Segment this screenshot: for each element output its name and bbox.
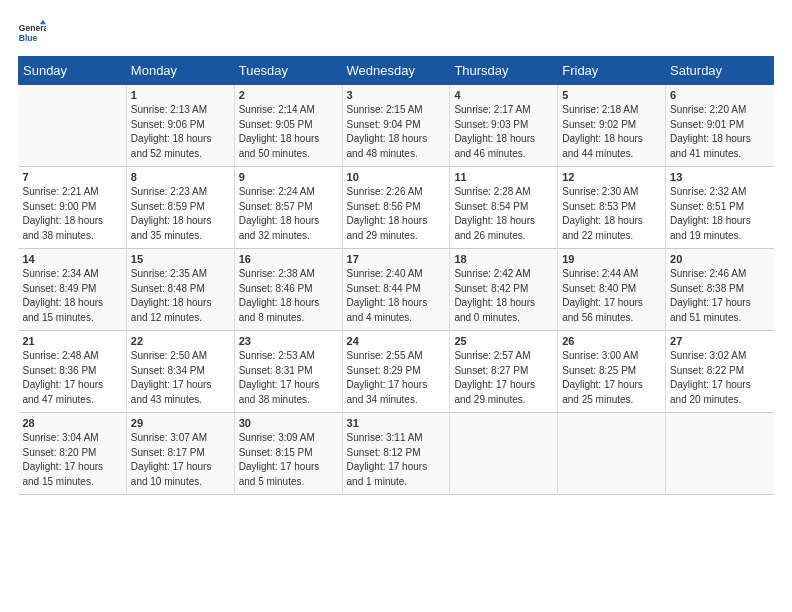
day-number: 30 (239, 417, 338, 429)
svg-text:Blue: Blue (19, 33, 38, 43)
day-number: 13 (670, 171, 769, 183)
day-number: 25 (454, 335, 553, 347)
calendar-cell: 14Sunrise: 2:34 AM Sunset: 8:49 PM Dayli… (19, 249, 127, 331)
day-info: Sunrise: 2:40 AM Sunset: 8:44 PM Dayligh… (347, 267, 446, 325)
calendar-cell: 30Sunrise: 3:09 AM Sunset: 8:15 PM Dayli… (234, 413, 342, 495)
day-number: 9 (239, 171, 338, 183)
calendar-cell (450, 413, 558, 495)
day-number: 16 (239, 253, 338, 265)
day-info: Sunrise: 2:50 AM Sunset: 8:34 PM Dayligh… (131, 349, 230, 407)
calendar-cell: 19Sunrise: 2:44 AM Sunset: 8:40 PM Dayli… (558, 249, 666, 331)
calendar-cell: 23Sunrise: 2:53 AM Sunset: 8:31 PM Dayli… (234, 331, 342, 413)
day-number: 21 (23, 335, 122, 347)
calendar-cell: 5Sunrise: 2:18 AM Sunset: 9:02 PM Daylig… (558, 85, 666, 167)
day-number: 23 (239, 335, 338, 347)
calendar-cell: 16Sunrise: 2:38 AM Sunset: 8:46 PM Dayli… (234, 249, 342, 331)
calendar-cell (558, 413, 666, 495)
day-info: Sunrise: 2:14 AM Sunset: 9:05 PM Dayligh… (239, 103, 338, 161)
day-number: 17 (347, 253, 446, 265)
calendar-cell: 22Sunrise: 2:50 AM Sunset: 8:34 PM Dayli… (126, 331, 234, 413)
calendar-cell: 21Sunrise: 2:48 AM Sunset: 8:36 PM Dayli… (19, 331, 127, 413)
day-info: Sunrise: 2:42 AM Sunset: 8:42 PM Dayligh… (454, 267, 553, 325)
day-number: 31 (347, 417, 446, 429)
day-info: Sunrise: 2:15 AM Sunset: 9:04 PM Dayligh… (347, 103, 446, 161)
calendar-cell: 4Sunrise: 2:17 AM Sunset: 9:03 PM Daylig… (450, 85, 558, 167)
calendar-cell: 13Sunrise: 2:32 AM Sunset: 8:51 PM Dayli… (666, 167, 774, 249)
day-number: 3 (347, 89, 446, 101)
calendar-week-5: 28Sunrise: 3:04 AM Sunset: 8:20 PM Dayli… (19, 413, 774, 495)
day-number: 6 (670, 89, 769, 101)
calendar-week-3: 14Sunrise: 2:34 AM Sunset: 8:49 PM Dayli… (19, 249, 774, 331)
day-number: 5 (562, 89, 661, 101)
logo: General Blue (18, 18, 50, 46)
day-info: Sunrise: 3:09 AM Sunset: 8:15 PM Dayligh… (239, 431, 338, 489)
day-info: Sunrise: 2:48 AM Sunset: 8:36 PM Dayligh… (23, 349, 122, 407)
day-info: Sunrise: 2:17 AM Sunset: 9:03 PM Dayligh… (454, 103, 553, 161)
weekday-header-saturday: Saturday (666, 57, 774, 85)
logo-icon: General Blue (18, 18, 46, 46)
day-number: 10 (347, 171, 446, 183)
day-info: Sunrise: 2:26 AM Sunset: 8:56 PM Dayligh… (347, 185, 446, 243)
day-number: 22 (131, 335, 230, 347)
day-info: Sunrise: 3:00 AM Sunset: 8:25 PM Dayligh… (562, 349, 661, 407)
calendar-cell: 29Sunrise: 3:07 AM Sunset: 8:17 PM Dayli… (126, 413, 234, 495)
day-info: Sunrise: 2:57 AM Sunset: 8:27 PM Dayligh… (454, 349, 553, 407)
calendar-cell: 20Sunrise: 2:46 AM Sunset: 8:38 PM Dayli… (666, 249, 774, 331)
calendar-cell: 17Sunrise: 2:40 AM Sunset: 8:44 PM Dayli… (342, 249, 450, 331)
day-info: Sunrise: 2:23 AM Sunset: 8:59 PM Dayligh… (131, 185, 230, 243)
calendar-cell: 11Sunrise: 2:28 AM Sunset: 8:54 PM Dayli… (450, 167, 558, 249)
day-number: 18 (454, 253, 553, 265)
day-number: 11 (454, 171, 553, 183)
day-number: 8 (131, 171, 230, 183)
calendar-cell: 6Sunrise: 2:20 AM Sunset: 9:01 PM Daylig… (666, 85, 774, 167)
calendar-cell: 31Sunrise: 3:11 AM Sunset: 8:12 PM Dayli… (342, 413, 450, 495)
day-number: 27 (670, 335, 769, 347)
day-info: Sunrise: 2:24 AM Sunset: 8:57 PM Dayligh… (239, 185, 338, 243)
day-number: 19 (562, 253, 661, 265)
day-number: 2 (239, 89, 338, 101)
day-number: 4 (454, 89, 553, 101)
calendar-week-1: 1Sunrise: 2:13 AM Sunset: 9:06 PM Daylig… (19, 85, 774, 167)
day-number: 15 (131, 253, 230, 265)
weekday-header-friday: Friday (558, 57, 666, 85)
calendar-table: SundayMondayTuesdayWednesdayThursdayFrid… (18, 56, 774, 495)
calendar-cell: 28Sunrise: 3:04 AM Sunset: 8:20 PM Dayli… (19, 413, 127, 495)
day-number: 12 (562, 171, 661, 183)
calendar-cell: 1Sunrise: 2:13 AM Sunset: 9:06 PM Daylig… (126, 85, 234, 167)
day-info: Sunrise: 2:32 AM Sunset: 8:51 PM Dayligh… (670, 185, 769, 243)
calendar-header-row: SundayMondayTuesdayWednesdayThursdayFrid… (19, 57, 774, 85)
day-info: Sunrise: 2:38 AM Sunset: 8:46 PM Dayligh… (239, 267, 338, 325)
calendar-cell: 7Sunrise: 2:21 AM Sunset: 9:00 PM Daylig… (19, 167, 127, 249)
day-info: Sunrise: 2:28 AM Sunset: 8:54 PM Dayligh… (454, 185, 553, 243)
day-info: Sunrise: 2:20 AM Sunset: 9:01 PM Dayligh… (670, 103, 769, 161)
day-info: Sunrise: 2:18 AM Sunset: 9:02 PM Dayligh… (562, 103, 661, 161)
calendar-cell: 3Sunrise: 2:15 AM Sunset: 9:04 PM Daylig… (342, 85, 450, 167)
calendar-cell: 10Sunrise: 2:26 AM Sunset: 8:56 PM Dayli… (342, 167, 450, 249)
day-info: Sunrise: 2:44 AM Sunset: 8:40 PM Dayligh… (562, 267, 661, 325)
calendar-cell: 9Sunrise: 2:24 AM Sunset: 8:57 PM Daylig… (234, 167, 342, 249)
day-info: Sunrise: 2:53 AM Sunset: 8:31 PM Dayligh… (239, 349, 338, 407)
calendar-cell: 15Sunrise: 2:35 AM Sunset: 8:48 PM Dayli… (126, 249, 234, 331)
calendar-week-4: 21Sunrise: 2:48 AM Sunset: 8:36 PM Dayli… (19, 331, 774, 413)
day-number: 28 (23, 417, 122, 429)
day-number: 24 (347, 335, 446, 347)
day-info: Sunrise: 2:34 AM Sunset: 8:49 PM Dayligh… (23, 267, 122, 325)
day-number: 29 (131, 417, 230, 429)
svg-text:General: General (19, 23, 46, 33)
day-info: Sunrise: 2:46 AM Sunset: 8:38 PM Dayligh… (670, 267, 769, 325)
calendar-cell (666, 413, 774, 495)
calendar-cell: 25Sunrise: 2:57 AM Sunset: 8:27 PM Dayli… (450, 331, 558, 413)
day-info: Sunrise: 3:07 AM Sunset: 8:17 PM Dayligh… (131, 431, 230, 489)
day-info: Sunrise: 3:04 AM Sunset: 8:20 PM Dayligh… (23, 431, 122, 489)
calendar-cell: 24Sunrise: 2:55 AM Sunset: 8:29 PM Dayli… (342, 331, 450, 413)
day-info: Sunrise: 2:35 AM Sunset: 8:48 PM Dayligh… (131, 267, 230, 325)
weekday-header-thursday: Thursday (450, 57, 558, 85)
calendar-cell: 2Sunrise: 2:14 AM Sunset: 9:05 PM Daylig… (234, 85, 342, 167)
day-info: Sunrise: 2:13 AM Sunset: 9:06 PM Dayligh… (131, 103, 230, 161)
calendar-cell: 27Sunrise: 3:02 AM Sunset: 8:22 PM Dayli… (666, 331, 774, 413)
day-number: 26 (562, 335, 661, 347)
calendar-cell: 8Sunrise: 2:23 AM Sunset: 8:59 PM Daylig… (126, 167, 234, 249)
day-number: 14 (23, 253, 122, 265)
weekday-header-sunday: Sunday (19, 57, 127, 85)
calendar-cell: 18Sunrise: 2:42 AM Sunset: 8:42 PM Dayli… (450, 249, 558, 331)
